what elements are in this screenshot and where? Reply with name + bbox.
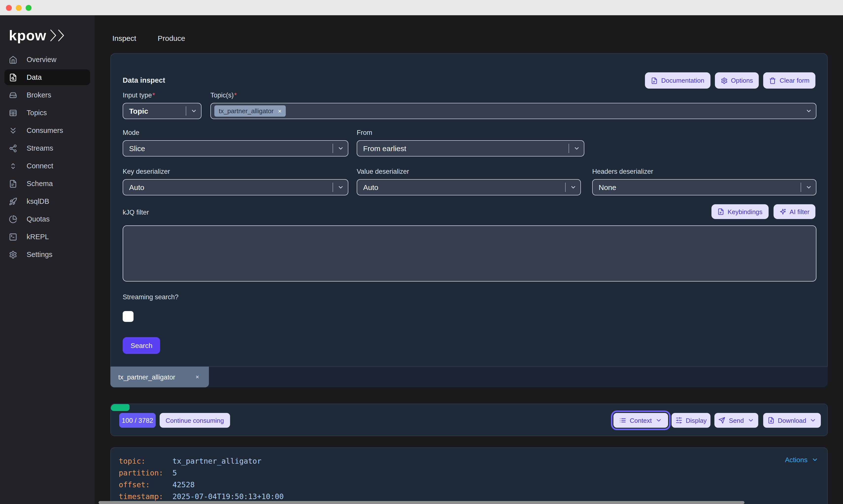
chevron-down-icon (333, 184, 348, 191)
streaming-search-label: Streaming search? (123, 293, 178, 301)
sidebar-item-ksqldb[interactable]: ksqlDB (4, 194, 90, 209)
gear-icon (9, 250, 17, 259)
sidebar-item-label: Topics (27, 109, 47, 116)
chevron-down-icon (811, 456, 819, 463)
options-button[interactable]: Options (715, 72, 759, 89)
chevrons-up-down-icon (9, 162, 17, 170)
chevron-down-icon (655, 417, 662, 424)
chevron-down-icon (801, 108, 816, 114)
record-key: partition: (119, 467, 172, 479)
topic-chip[interactable]: tx_partner_alligator × (214, 105, 286, 116)
sidebar-item-label: Consumers (27, 126, 63, 134)
file-text-icon (9, 179, 17, 188)
keybindings-button[interactable]: Keybindings (711, 204, 768, 219)
close-window-button[interactable] (6, 5, 12, 11)
result-tab-strip: tx_partner_alligator × (110, 367, 828, 388)
horizontal-scrollbar[interactable] (99, 501, 744, 504)
ai-filter-label: AI filter (790, 208, 809, 215)
streaming-search-checkbox[interactable] (123, 311, 134, 322)
sidebar-nav: Overview Data Brokers Topics Consumers (0, 52, 94, 262)
documentation-label: Documentation (661, 77, 704, 84)
file-download-icon (768, 417, 774, 424)
list-icon (619, 417, 626, 424)
pie-chart-icon (9, 215, 17, 223)
sidebar-item-krepl[interactable]: kREPL (4, 229, 90, 245)
sliders-icon (675, 417, 682, 424)
sidebar-item-consumers[interactable]: Consumers (4, 123, 90, 138)
sidebar-item-quotas[interactable]: Quotas (4, 211, 90, 227)
topics-multiselect[interactable]: tx_partner_alligator × (210, 103, 816, 119)
sidebar: kpow Overview Data Broker (0, 15, 94, 504)
clear-form-label: Clear form (780, 77, 809, 84)
from-select[interactable]: From earliest (357, 140, 584, 157)
search-button[interactable]: Search (123, 337, 160, 354)
titlebar (0, 0, 843, 15)
download-label: Download (778, 417, 806, 424)
result-tab-close-icon[interactable]: × (195, 374, 199, 380)
key-deserializer-select[interactable]: Auto (123, 179, 348, 195)
sidebar-item-label: Connect (27, 162, 53, 170)
download-button[interactable]: Download (763, 413, 821, 428)
chevron-down-icon (333, 145, 348, 151)
results-toolbar: 100 / 3782 Continue consuming Context Di… (110, 403, 828, 436)
record-row-timestamp: timestamp: 2025-07-04T19:50:13+10:00 (119, 491, 827, 503)
gear-icon (721, 77, 727, 84)
display-label: Display (686, 417, 707, 424)
headers-deserializer-select[interactable]: None (592, 179, 816, 195)
documentation-button[interactable]: Documentation (645, 72, 710, 89)
sidebar-item-overview[interactable]: Overview (4, 52, 90, 68)
record-actions-button[interactable]: Actions (785, 456, 819, 464)
sidebar-item-settings[interactable]: Settings (4, 247, 90, 262)
tab-inspect[interactable]: Inspect (112, 34, 136, 42)
mode-value: Slice (123, 144, 332, 152)
data-inspect-card: Data inspect Documentation Options Clear… (110, 53, 828, 367)
send-button[interactable]: Send (715, 413, 758, 428)
continue-consuming-button[interactable]: Continue consuming (160, 413, 230, 428)
sidebar-item-streams[interactable]: Streams (4, 140, 90, 156)
chevron-down-icon (186, 108, 201, 114)
record-value: 2025-07-04T19:50:13+10:00 (172, 491, 284, 503)
kjq-filter-textarea[interactable] (123, 226, 816, 282)
sidebar-item-data[interactable]: Data (4, 69, 90, 85)
sidebar-item-brokers[interactable]: Brokers (4, 87, 90, 103)
record-key: offset: (119, 479, 172, 491)
table-icon (9, 109, 17, 117)
sidebar-item-topics[interactable]: Topics (4, 105, 90, 121)
chevron-down-icon (801, 184, 816, 191)
kpow-logo: kpow (9, 26, 94, 45)
record-row-topic: topic: tx_partner_alligator (119, 455, 827, 467)
clear-form-button[interactable]: Clear form (763, 72, 815, 89)
mode-select[interactable]: Slice (123, 140, 348, 157)
trash-icon (769, 77, 776, 84)
actions-label: Actions (785, 456, 808, 464)
chip-close-icon[interactable]: × (278, 108, 281, 114)
rocket-icon (9, 197, 17, 205)
sidebar-item-label: Streams (27, 144, 53, 152)
sidebar-item-label: kREPL (27, 233, 49, 241)
share-icon (9, 144, 17, 152)
ai-filter-button[interactable]: AI filter (773, 204, 815, 219)
input-type-label: Input type* (123, 92, 155, 99)
result-tab-label: tx_partner_alligator (118, 373, 175, 381)
record-row-offset: offset: 42528 (119, 479, 827, 491)
home-icon (9, 55, 17, 64)
value-deserializer-select[interactable]: Auto (357, 179, 581, 195)
logo-text: kpow (9, 28, 46, 42)
tab-produce[interactable]: Produce (158, 34, 185, 42)
card-title: Data inspect (123, 76, 165, 84)
topic-chip-label: tx_partner_alligator (219, 107, 274, 115)
record-value: 5 (172, 467, 177, 479)
input-type-select[interactable]: Topic (123, 103, 202, 119)
display-button[interactable]: Display (672, 413, 710, 428)
zoom-window-button[interactable] (25, 5, 32, 11)
minimize-window-button[interactable] (16, 5, 22, 11)
context-button[interactable]: Context (614, 413, 668, 428)
options-label: Options (731, 77, 753, 84)
value-deserializer-value: Auto (357, 183, 565, 192)
send-label: Send (729, 417, 744, 424)
sparkles-icon (779, 208, 786, 215)
sidebar-item-schema[interactable]: Schema (4, 176, 90, 192)
sidebar-item-connect[interactable]: Connect (4, 158, 90, 174)
result-tab[interactable]: tx_partner_alligator × (110, 367, 209, 388)
input-type-value: Topic (123, 107, 186, 115)
